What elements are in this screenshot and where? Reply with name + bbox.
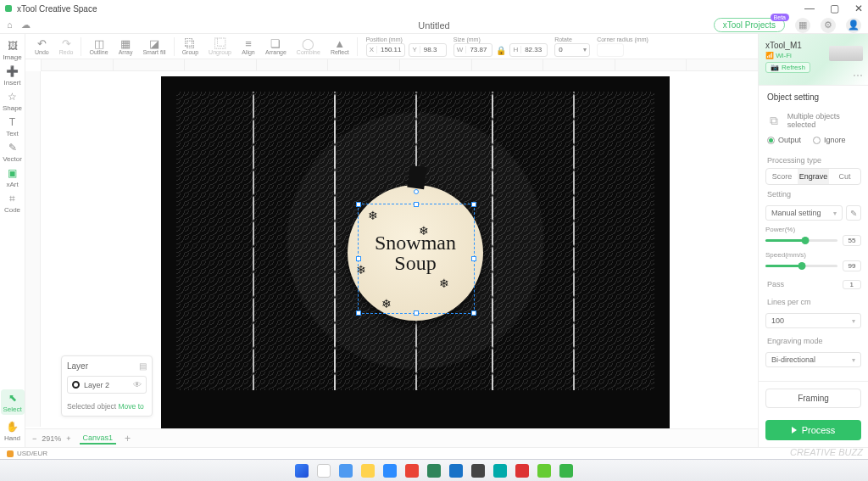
array-button[interactable]: ▦Array [114, 37, 137, 55]
framing-button[interactable]: Framing ⋯ [765, 389, 861, 408]
redo-button[interactable]: ↷Redo [55, 37, 78, 55]
align-button[interactable]: ≡Align [237, 37, 259, 55]
camera-viewport[interactable]: ❄ ❄ ❄ ❄ ❄ Snowman Soup [161, 76, 670, 433]
add-canvas-button[interactable]: + [125, 433, 131, 445]
setting-dropdown[interactable]: Manual setting▾ [765, 205, 843, 221]
xtool-app-icon[interactable] [559, 464, 573, 478]
outline-button[interactable]: ◫Outline [85, 37, 112, 55]
search-icon[interactable] [317, 464, 331, 478]
app-icon[interactable] [537, 464, 551, 478]
taskview-icon[interactable] [339, 464, 353, 478]
zoom-in-icon[interactable]: + [66, 434, 70, 443]
resize-handle[interactable] [471, 310, 476, 316]
tool-insert[interactable]: ➕Insert [1, 64, 25, 87]
close-button[interactable]: ✕ [854, 3, 863, 14]
position-y-input[interactable]: Y98.3 [409, 43, 446, 57]
tool-text[interactable]: TText [1, 115, 25, 137]
app-icon[interactable] [493, 464, 507, 478]
move-to-link[interactable]: Move to [118, 402, 143, 411]
rotate-input[interactable]: 0▾ [554, 43, 590, 57]
size-w-input[interactable]: W73.87 [453, 43, 493, 57]
xtool-projects-button[interactable]: xTool Projects Beta [714, 18, 785, 32]
resize-handle[interactable] [471, 256, 476, 261]
tool-hand[interactable]: ✋Hand [1, 420, 25, 442]
rotate-handle[interactable] [414, 189, 419, 194]
canvas-tab[interactable]: Canvas1 [80, 433, 117, 445]
app-icon[interactable] [427, 464, 441, 478]
layer-panel-menu-icon[interactable]: ▤ [139, 361, 147, 371]
account-icon[interactable]: 👤 [846, 18, 861, 33]
device-image [829, 46, 863, 61]
visibility-icon[interactable]: 👁 [133, 380, 142, 389]
resize-handle[interactable] [414, 310, 419, 316]
lock-aspect-icon[interactable]: 🔒 [496, 46, 506, 55]
tool-xart[interactable]: ▣xArt [1, 166, 25, 188]
lines-per-cm-label: Lines per cm [759, 293, 868, 310]
code-icon: ⌗ [6, 192, 19, 205]
app-icon[interactable] [449, 464, 463, 478]
resize-handle[interactable] [356, 256, 361, 261]
device-menu-icon[interactable]: ⋯ [853, 70, 863, 81]
tab-engrave[interactable]: Engrave [798, 169, 829, 184]
pass-input[interactable]: 1 [843, 280, 861, 289]
refresh-button[interactable]: 📷 Refresh [765, 62, 810, 73]
size-h-input[interactable]: H82.33 [509, 43, 548, 57]
resize-handle[interactable] [356, 202, 361, 207]
zoom-out-icon[interactable]: − [32, 434, 36, 443]
output-radio[interactable]: Output [767, 136, 801, 144]
home-icon[interactable]: ⌂ [7, 20, 13, 31]
lines-per-cm-dropdown[interactable]: 100▾ [765, 313, 861, 328]
undo-button[interactable]: ↶Undo [31, 37, 53, 55]
tool-vector[interactable]: ✎Vector [1, 141, 25, 163]
cloud-icon[interactable]: ☁ [21, 20, 31, 31]
minimize-button[interactable]: — [804, 3, 815, 14]
app-icon[interactable] [515, 464, 529, 478]
chrome-icon[interactable] [405, 464, 419, 478]
position-x-input[interactable]: X150.11 [366, 43, 406, 57]
resize-handle[interactable] [414, 202, 419, 207]
speed-slider: Speed(mm/s) 99 [765, 251, 861, 271]
save-preset-button[interactable]: ✎ [846, 205, 861, 221]
chevron-down-icon: ▾ [833, 210, 837, 217]
shape-icon: ☆ [6, 90, 19, 103]
settings-icon[interactable]: ⚙ [821, 18, 836, 33]
resize-handle[interactable] [471, 202, 476, 207]
hand-icon: ✋ [6, 420, 19, 433]
app-name: xTool Creative Space [17, 4, 97, 14]
ruler-vertical [25, 71, 41, 427]
tool-image[interactable]: 🖼Image [1, 39, 25, 61]
grid-icon[interactable]: ▦ [795, 18, 810, 33]
layer-panel: Layer▤ Layer 2 👁 Selected object Move to [61, 355, 153, 417]
framing-more-icon[interactable]: ⋯ [862, 392, 868, 401]
process-button[interactable]: Process [765, 420, 861, 440]
tool-code[interactable]: ⌗Code [1, 192, 25, 214]
power-value[interactable]: 55 [843, 235, 861, 246]
edge-icon[interactable] [383, 464, 397, 478]
speed-track[interactable] [765, 265, 837, 267]
app-icon[interactable] [471, 464, 485, 478]
layer-item[interactable]: Layer 2 👁 [67, 376, 147, 394]
reflect-button[interactable]: ▲Reflect [326, 37, 353, 55]
ungroup-button[interactable]: ⿺Ungroup [204, 37, 236, 55]
start-icon[interactable] [295, 464, 309, 478]
tool-shape[interactable]: ☆Shape [1, 90, 25, 112]
combine-button[interactable]: ◯Combine [292, 37, 325, 55]
redo-icon: ↷ [62, 37, 71, 49]
tab-cut[interactable]: Cut [829, 169, 860, 184]
maximize-button[interactable]: ▢ [830, 3, 839, 14]
tab-score[interactable]: Score [766, 169, 798, 184]
ignore-radio[interactable]: Ignore [813, 136, 846, 144]
arrange-button[interactable]: ❏Arrange [261, 37, 291, 55]
group-button[interactable]: ⿻Group [178, 37, 203, 55]
explorer-icon[interactable] [361, 464, 375, 478]
canvas-area[interactable]: ❄ ❄ ❄ ❄ ❄ Snowman Soup Layer▤ [25, 59, 758, 447]
speed-value[interactable]: 99 [843, 260, 861, 271]
resize-handle[interactable] [356, 310, 361, 316]
tool-select[interactable]: ⬉Select [1, 389, 25, 415]
selection-box[interactable] [358, 204, 475, 314]
smartfill-button[interactable]: ◪Smart fill [138, 37, 170, 55]
zoom-control[interactable]: − 291% + [32, 434, 71, 443]
power-track[interactable] [765, 239, 837, 242]
engraving-mode-dropdown[interactable]: Bi-directional▾ [765, 352, 861, 367]
insert-icon: ➕ [6, 64, 19, 78]
